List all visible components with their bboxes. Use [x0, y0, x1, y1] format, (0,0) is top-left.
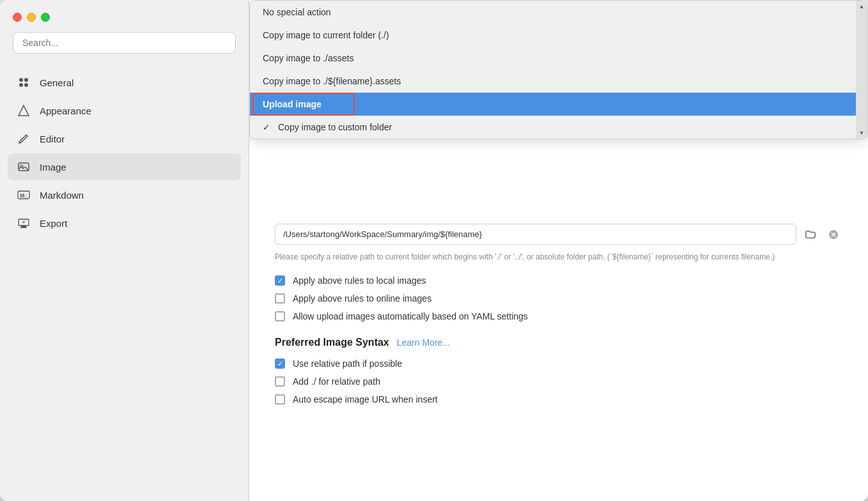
- dropdown-item-copy-assets[interactable]: Copy image to ./assets: [250, 47, 867, 70]
- checkbox-online-images: Apply above rules to online images: [275, 293, 842, 304]
- appearance-icon: [17, 104, 31, 118]
- general-icon: [17, 75, 31, 89]
- svg-text:M↓: M↓: [20, 192, 27, 199]
- checkbox-online-images-label: Apply above rules to online images: [293, 293, 431, 304]
- sidebar-item-image[interactable]: Image: [8, 153, 241, 180]
- dropdown-menu: No special action Copy image to current …: [249, 0, 868, 139]
- sidebar-item-export-label: Export: [40, 218, 67, 229]
- sidebar-item-image-label: Image: [40, 162, 66, 173]
- main-content: No special action Copy image to current …: [249, 0, 868, 501]
- sidebar-item-appearance-label: Appearance: [40, 105, 91, 116]
- scroll-down-arrow[interactable]: ▼: [859, 130, 865, 136]
- markdown-icon: M↓: [17, 188, 31, 202]
- sidebar-item-editor-label: Editor: [40, 134, 65, 144]
- dropdown-item-copy-filename-assets[interactable]: Copy image to ./${filename}.assets: [250, 70, 867, 93]
- sidebar-item-appearance[interactable]: Appearance: [8, 97, 241, 124]
- dropdown-item-copy-custom[interactable]: Copy image to custom folder: [250, 116, 867, 139]
- checkbox-local-images-label: Apply above rules to local images: [293, 275, 426, 286]
- settings-section: Please specify a relative path to curren…: [275, 224, 842, 405]
- minimize-button[interactable]: [27, 13, 36, 22]
- scroll-up-arrow[interactable]: ▲: [859, 3, 865, 10]
- clear-path-button[interactable]: [825, 226, 842, 243]
- search-input[interactable]: [13, 32, 236, 54]
- checkbox-add-dot-slash-label: Add ./ for relative path: [293, 376, 380, 387]
- maximize-button[interactable]: [41, 13, 50, 22]
- sidebar-item-general[interactable]: General: [8, 69, 241, 96]
- checkbox-auto-escape-input[interactable]: [275, 394, 285, 405]
- sidebar: General Appearance Editor: [0, 0, 249, 501]
- sidebar-item-markdown[interactable]: M↓ Markdown: [8, 181, 241, 208]
- dropdown-scrollbar: ▲ ▼: [856, 1, 867, 139]
- checkbox-add-dot-slash: Add ./ for relative path: [275, 376, 842, 387]
- checkbox-local-images: ✓ Apply above rules to local images: [275, 275, 842, 286]
- path-row: [275, 224, 842, 245]
- titlebar: [0, 0, 249, 32]
- svg-point-0: [19, 78, 23, 82]
- checkbox-relative-path: ✓ Use relative path if possible: [275, 358, 842, 369]
- checkbox-add-dot-slash-input[interactable]: [275, 376, 285, 387]
- svg-point-3: [24, 83, 28, 87]
- close-button[interactable]: [13, 13, 22, 22]
- dropdown-item-upload-image[interactable]: Upload image: [250, 93, 867, 116]
- checkbox-relative-path-label: Use relative path if possible: [293, 358, 402, 369]
- nav-items: General Appearance Editor: [0, 69, 249, 236]
- folder-browse-button[interactable]: [802, 226, 819, 243]
- checkbox-online-images-input[interactable]: [275, 293, 285, 304]
- sidebar-item-export[interactable]: Export: [8, 210, 241, 236]
- learn-more-link[interactable]: Learn More...: [397, 337, 450, 348]
- svg-point-1: [24, 78, 28, 82]
- svg-marker-4: [19, 105, 29, 116]
- preferences-window: General Appearance Editor: [0, 0, 868, 501]
- checkbox-auto-escape-label: Auto escape image URL when insert: [293, 394, 438, 405]
- svg-rect-10: [21, 226, 26, 227]
- checkmark-icon: ✓: [277, 277, 283, 285]
- checkbox-relative-path-input[interactable]: ✓: [275, 358, 285, 369]
- helper-text: Please specify a relative path to curren…: [275, 251, 842, 263]
- checkmark-icon-2: ✓: [277, 360, 283, 368]
- preferred-syntax-heading: Preferred Image Syntax Learn More...: [275, 337, 842, 348]
- svg-point-2: [19, 83, 23, 87]
- sidebar-item-general-label: General: [40, 77, 74, 88]
- checkbox-yaml-upload: Allow upload images automatically based …: [275, 311, 842, 321]
- search-container: [13, 32, 236, 54]
- preferred-syntax-title: Preferred Image Syntax: [275, 337, 389, 348]
- checkbox-yaml-upload-input[interactable]: [275, 311, 285, 321]
- checkbox-yaml-upload-label: Allow upload images automatically based …: [293, 311, 528, 321]
- checkbox-local-images-input[interactable]: ✓: [275, 275, 285, 286]
- editor-icon: [17, 132, 31, 146]
- sidebar-item-editor[interactable]: Editor: [8, 125, 241, 152]
- checkbox-auto-escape: Auto escape image URL when insert: [275, 394, 842, 405]
- dropdown-item-copy-current[interactable]: Copy image to current folder (./): [250, 24, 867, 47]
- export-icon: [17, 216, 31, 230]
- sidebar-item-markdown-label: Markdown: [40, 190, 84, 201]
- dropdown-item-no-special[interactable]: No special action: [250, 1, 867, 24]
- image-icon: [17, 160, 31, 174]
- path-input[interactable]: [275, 224, 796, 245]
